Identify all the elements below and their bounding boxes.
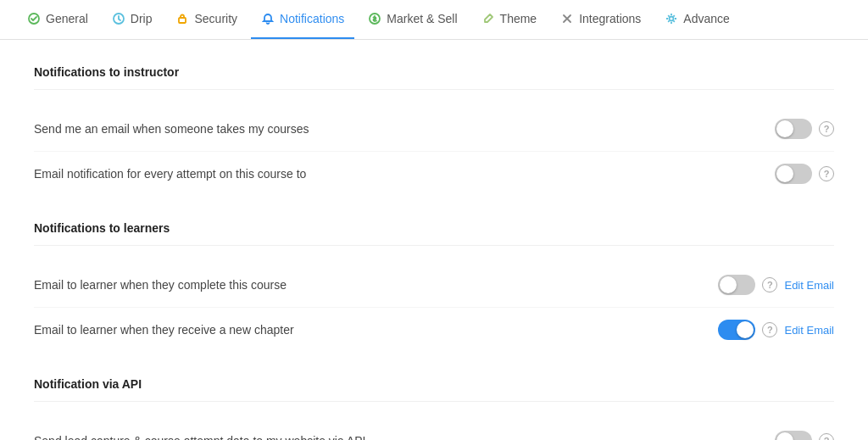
toggle-thumb-email-course-taken	[776, 120, 793, 137]
toggle-track-email-complete	[718, 275, 755, 295]
edit-email-link-email-complete[interactable]: Edit Email	[784, 279, 834, 292]
setting-row-email-new-chapter: Email to learner when they receive a new…	[34, 308, 834, 352]
edit-email-link-email-new-chapter[interactable]: Edit Email	[784, 324, 834, 337]
tab-notifications[interactable]: Notifications	[251, 0, 354, 39]
tab-security[interactable]: Security	[165, 0, 248, 39]
setting-row-email-complete: Email to learner when they complete this…	[34, 263, 834, 308]
toggle-track-api-lead	[775, 431, 812, 440]
nav-tabs: GeneralDripSecurityNotificationsMarket &…	[0, 0, 868, 40]
toggle-thumb-email-attempt	[776, 165, 793, 182]
drip-tab-icon	[112, 12, 125, 25]
setting-controls-email-attempt: ?	[775, 164, 834, 184]
section-instructor-title: Notifications to instructor	[34, 65, 834, 90]
toggle-track-email-course-taken	[775, 119, 812, 139]
help-icon-email-course-taken[interactable]: ?	[819, 121, 834, 136]
toggle-thumb-email-new-chapter	[737, 321, 754, 338]
setting-controls-email-complete: ?Edit Email	[718, 275, 834, 295]
setting-controls-email-new-chapter: ?Edit Email	[718, 320, 834, 340]
setting-label-email-complete: Email to learner when they complete this…	[34, 278, 718, 292]
drip-tab-label: Drip	[131, 12, 153, 25]
toggle-thumb-api-lead	[776, 432, 793, 440]
help-icon-email-complete[interactable]: ?	[762, 277, 777, 292]
theme-tab-label: Theme	[500, 12, 537, 25]
toggle-email-course-taken[interactable]	[775, 119, 812, 139]
toggle-email-new-chapter[interactable]	[718, 320, 755, 340]
toggle-track-email-new-chapter	[718, 320, 755, 340]
help-icon-api-lead[interactable]: ?	[819, 433, 834, 440]
tab-theme[interactable]: Theme	[471, 0, 548, 39]
setting-label-email-course-taken: Send me an email when someone takes my c…	[34, 122, 775, 136]
general-tab-label: General	[46, 12, 88, 25]
section-api: Notification via APISend lead capture & …	[34, 377, 834, 440]
notifications-tab-icon	[261, 12, 275, 25]
svg-point-4	[670, 17, 674, 21]
section-learners-title: Notifications to learners	[34, 221, 834, 246]
setting-row-api-lead: Send lead capture & course attempt data …	[34, 419, 834, 440]
integrations-tab-icon	[560, 12, 574, 25]
toggle-thumb-email-complete	[720, 276, 737, 293]
general-tab-icon	[27, 12, 41, 25]
toggle-api-lead[interactable]	[775, 431, 812, 440]
security-tab-label: Security	[194, 12, 237, 25]
setting-label-email-new-chapter: Email to learner when they receive a new…	[34, 323, 718, 337]
market-tab-icon	[368, 12, 381, 25]
advance-tab-label: Advance	[683, 12, 729, 25]
setting-row-email-attempt: Email notification for every attempt on …	[34, 152, 834, 196]
help-icon-email-attempt[interactable]: ?	[819, 166, 834, 181]
setting-row-email-course-taken: Send me an email when someone takes my c…	[34, 107, 834, 152]
setting-controls-api-lead: ?	[775, 431, 834, 440]
toggle-track-email-attempt	[775, 164, 812, 184]
tab-advance[interactable]: Advance	[654, 0, 739, 39]
setting-controls-email-course-taken: ?	[775, 119, 834, 139]
toggle-email-complete[interactable]	[718, 275, 755, 295]
setting-label-api-lead: Send lead capture & course attempt data …	[34, 434, 775, 440]
section-learners: Notifications to learnersEmail to learne…	[34, 221, 834, 352]
help-icon-email-new-chapter[interactable]: ?	[762, 322, 777, 337]
notifications-tab-label: Notifications	[280, 12, 344, 25]
theme-tab-icon	[481, 12, 495, 25]
tab-drip[interactable]: Drip	[102, 0, 163, 39]
advance-tab-icon	[665, 12, 678, 25]
tab-general[interactable]: General	[17, 0, 98, 39]
integrations-tab-label: Integrations	[579, 12, 641, 25]
setting-label-email-attempt: Email notification for every attempt on …	[34, 167, 775, 181]
svg-rect-2	[179, 18, 186, 23]
security-tab-icon	[175, 12, 189, 25]
section-instructor: Notifications to instructorSend me an em…	[34, 65, 834, 196]
section-api-title: Notification via API	[34, 377, 834, 402]
tab-integrations[interactable]: Integrations	[550, 0, 651, 39]
main-content: Notifications to instructorSend me an em…	[0, 40, 868, 440]
market-tab-label: Market & Sell	[387, 12, 457, 25]
toggle-email-attempt[interactable]	[775, 164, 812, 184]
tab-market[interactable]: Market & Sell	[358, 0, 467, 39]
